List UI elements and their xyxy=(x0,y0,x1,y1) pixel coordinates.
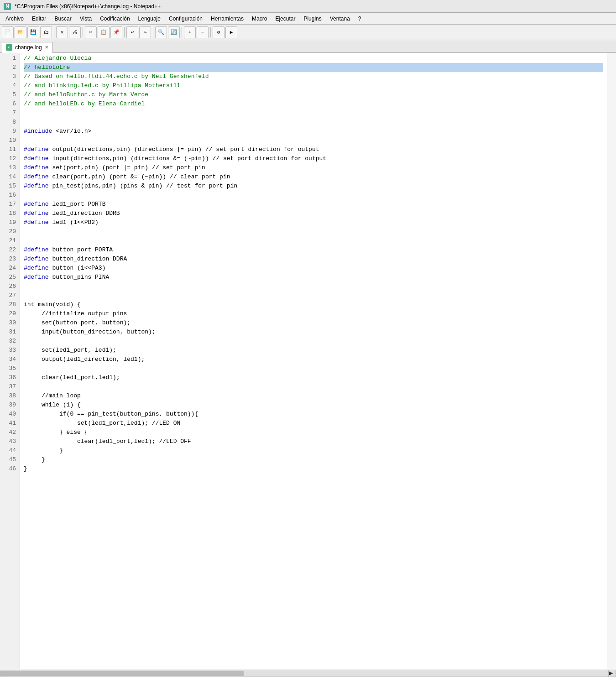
code-line-7[interactable] xyxy=(24,109,603,118)
menu-item-ventana[interactable]: Ventana xyxy=(326,15,354,23)
code-line-3[interactable]: // Based on hello.ftdi.44.echo.c by Neil… xyxy=(24,72,603,81)
code-line-33[interactable]: set(led1_port, led1); xyxy=(24,346,603,355)
code-line-15[interactable]: #define pin_test(pins,pin) (pins & pin) … xyxy=(24,182,603,191)
line-number-23: 23 xyxy=(4,255,16,264)
code-line-9[interactable]: #include <avr/io.h> xyxy=(24,127,603,136)
menu-item-?[interactable]: ? xyxy=(355,15,365,23)
scrollbar-thumb[interactable] xyxy=(0,671,244,676)
code-line-8[interactable] xyxy=(24,118,603,127)
menu-item-buscar[interactable]: Buscar xyxy=(51,15,75,23)
menu-item-vista[interactable]: Vista xyxy=(76,15,95,23)
macro-button[interactable]: ⚙ xyxy=(213,26,224,38)
code-line-21[interactable] xyxy=(24,236,603,245)
code-line-11[interactable]: #define output(directions,pin) (directio… xyxy=(24,145,603,154)
undo-button[interactable]: ↩ xyxy=(126,26,138,38)
code-line-18[interactable]: #define led1_direction DDRB xyxy=(24,209,603,218)
code-line-40[interactable]: if(0 == pin_test(button_pins, button)){ xyxy=(24,410,603,419)
code-editor[interactable]: // Alejandro Ulecia// helloLoLre// Based… xyxy=(20,53,607,669)
save-button[interactable]: 💾 xyxy=(27,26,39,38)
code-line-31[interactable]: input(button_direction, button); xyxy=(24,328,603,337)
code-line-36[interactable]: clear(led1_port,led1); xyxy=(24,373,603,382)
new-button[interactable]: 📄 xyxy=(2,26,14,38)
cut-button[interactable]: ✂ xyxy=(85,26,97,38)
run-button[interactable]: ▶ xyxy=(225,26,237,38)
replace-button[interactable]: 🔄 xyxy=(168,26,180,38)
code-line-23[interactable]: #define button_direction DDRA xyxy=(24,255,603,264)
code-line-16[interactable] xyxy=(24,191,603,200)
line-number-4: 4 xyxy=(4,81,16,90)
code-line-2[interactable]: // helloLoLre xyxy=(24,63,603,72)
line-number-17: 17 xyxy=(4,200,16,209)
code-line-17[interactable]: #define led1_port PORTB xyxy=(24,200,603,209)
line-number-10: 10 xyxy=(4,136,16,145)
code-line-28[interactable]: int main(void) { xyxy=(24,300,603,309)
menu-item-macro[interactable]: Macro xyxy=(248,15,271,23)
find-button[interactable]: 🔍 xyxy=(155,26,167,38)
menu-item-plugins[interactable]: Plugins xyxy=(300,15,325,23)
code-line-43[interactable]: clear(led1_port,led1); //LED OFF xyxy=(24,437,603,446)
code-line-26[interactable] xyxy=(24,282,603,291)
open-button[interactable]: 📂 xyxy=(15,26,26,38)
line-number-30: 30 xyxy=(4,318,16,328)
line-number-41: 41 xyxy=(4,419,16,428)
save-all-button[interactable]: 🗂 xyxy=(40,26,52,38)
zoom-out-button[interactable]: − xyxy=(197,26,209,38)
code-line-10[interactable] xyxy=(24,136,603,145)
redo-button[interactable]: ↪ xyxy=(139,26,151,38)
code-line-24[interactable]: #define button (1<<PA3) xyxy=(24,264,603,273)
paste-button[interactable]: 📌 xyxy=(110,26,122,38)
code-line-35[interactable] xyxy=(24,364,603,373)
code-line-41[interactable]: set(led1_port,led1); //LED ON xyxy=(24,419,603,428)
code-line-39[interactable]: while (1) { xyxy=(24,401,603,410)
tab-close-button[interactable]: ✕ xyxy=(45,45,48,50)
line-number-39: 39 xyxy=(4,401,16,410)
sep6 xyxy=(210,27,211,37)
line-number-12: 12 xyxy=(4,154,16,163)
code-line-27[interactable] xyxy=(24,291,603,300)
code-line-32[interactable] xyxy=(24,337,603,346)
code-line-37[interactable] xyxy=(24,382,603,391)
tab-change-log[interactable]: c change.log ✕ xyxy=(2,42,52,53)
line-number-13: 13 xyxy=(4,163,16,172)
code-line-38[interactable]: //main loop xyxy=(24,391,603,401)
close-button[interactable]: ✕ xyxy=(56,26,68,38)
code-line-34[interactable]: output(led1_direction, led1); xyxy=(24,355,603,364)
code-line-14[interactable]: #define clear(port,pin) (port &= (~pin))… xyxy=(24,172,603,182)
line-number-22: 22 xyxy=(4,245,16,255)
scroll-right-button[interactable]: ▶ xyxy=(609,670,616,677)
horizontal-scrollbar[interactable] xyxy=(0,670,609,677)
print-button[interactable]: 🖨 xyxy=(69,26,81,38)
menu-item-editar[interactable]: Editar xyxy=(28,15,50,23)
menu-item-herramientas[interactable]: Herramientas xyxy=(207,15,247,23)
toolbar: 📄 📂 💾 🗂 ✕ 🖨 ✂ 📋 📌 ↩ ↪ 🔍 🔄 + − ⚙ ▶ xyxy=(0,25,616,40)
menu-item-archivo[interactable]: Archivo xyxy=(2,15,27,23)
code-line-44[interactable]: } xyxy=(24,446,603,455)
menu-item-lenguaje[interactable]: Lenguaje xyxy=(135,15,164,23)
code-line-5[interactable]: // and helloButton.c by Marta Verde xyxy=(24,90,603,99)
zoom-in-button[interactable]: + xyxy=(184,26,196,38)
code-line-22[interactable]: #define button_port PORTA xyxy=(24,245,603,255)
menu-item-codificación[interactable]: Codificación xyxy=(96,15,133,23)
line-number-16: 16 xyxy=(4,191,16,200)
code-line-6[interactable]: // and helloLED.c by Elena Cardiel xyxy=(24,99,603,109)
copy-button[interactable]: 📋 xyxy=(98,26,110,38)
line-number-24: 24 xyxy=(4,264,16,273)
code-line-4[interactable]: // and blinking.led.c by Phillipa Mother… xyxy=(24,81,603,90)
line-number-28: 28 xyxy=(4,300,16,309)
code-line-20[interactable] xyxy=(24,227,603,236)
code-line-46[interactable]: } xyxy=(24,464,603,474)
code-line-42[interactable]: } else { xyxy=(24,428,603,437)
line-number-45: 45 xyxy=(4,455,16,464)
code-line-45[interactable]: } xyxy=(24,455,603,464)
line-number-11: 11 xyxy=(4,145,16,154)
code-line-29[interactable]: //initialize output pins xyxy=(24,309,603,318)
code-line-13[interactable]: #define set(port,pin) (port |= pin) // s… xyxy=(24,163,603,172)
code-line-19[interactable]: #define led1 (1<<PB2) xyxy=(24,218,603,227)
code-line-30[interactable]: set(button_port, button); xyxy=(24,318,603,328)
menu-item-configuración[interactable]: Configuración xyxy=(165,15,206,23)
line-number-7: 7 xyxy=(4,109,16,118)
menu-item-ejecutar[interactable]: Ejecutar xyxy=(271,15,299,23)
code-line-12[interactable]: #define input(directions,pin) (direction… xyxy=(24,154,603,163)
code-line-1[interactable]: // Alejandro Ulecia xyxy=(24,54,603,63)
code-line-25[interactable]: #define button_pins PINA xyxy=(24,273,603,282)
